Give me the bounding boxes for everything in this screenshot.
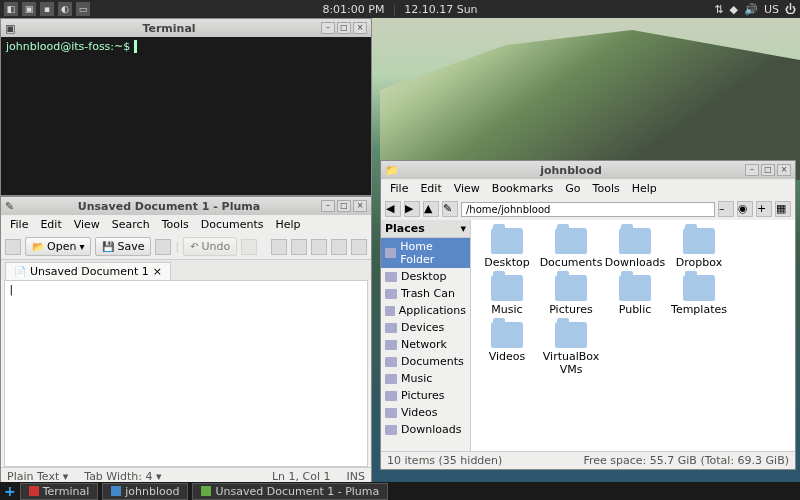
redo-icon[interactable] [241, 239, 257, 255]
folder-virtualbox-vms[interactable]: VirtualBox VMs [543, 322, 599, 376]
terminal-body[interactable]: johnblood@its-foss:~$ [1, 37, 371, 195]
menu-tools[interactable]: Tools [157, 217, 194, 232]
sidebar-item-documents[interactable]: Documents [381, 353, 470, 370]
menu-documents[interactable]: Documents [196, 217, 269, 232]
power-icon[interactable]: ⏻ [785, 3, 796, 16]
sidebar-item-pictures[interactable]: Pictures [381, 387, 470, 404]
menu-file[interactable]: File [5, 217, 33, 232]
pathbar-toggle-icon[interactable]: ✎ [442, 201, 458, 217]
copy-icon[interactable] [291, 239, 307, 255]
save-button[interactable]: 💾 Save [95, 237, 151, 256]
task-pluma[interactable]: Unsaved Document 1 - Pluma [192, 483, 388, 500]
keyboard-indicator[interactable]: US [764, 3, 779, 16]
folder-music[interactable]: Music [479, 275, 535, 316]
maximize-button[interactable]: □ [761, 164, 775, 176]
folder-documents[interactable]: Documents [543, 228, 599, 269]
task-terminal[interactable]: Terminal [20, 483, 99, 500]
fm-titlebar[interactable]: 📁 johnblood – □ × [381, 161, 795, 179]
close-button[interactable]: × [353, 200, 367, 212]
sidebar-item-devices[interactable]: Devices [381, 319, 470, 336]
sidebar-item-desktop[interactable]: Desktop [381, 268, 470, 285]
folder-videos[interactable]: Videos [479, 322, 535, 376]
folder-pictures[interactable]: Pictures [543, 275, 599, 316]
menu-help[interactable]: Help [270, 217, 305, 232]
minimize-button[interactable]: – [321, 200, 335, 212]
folder-icon [683, 275, 715, 301]
menu-icon[interactable]: ◧ [4, 2, 18, 16]
clock-time[interactable]: 8:01:00 PM [322, 3, 384, 16]
menu-edit[interactable]: Edit [35, 217, 66, 232]
maximize-button[interactable]: □ [337, 200, 351, 212]
folder-downloads[interactable]: Downloads [607, 228, 663, 269]
folder-icon [385, 323, 397, 333]
cut-icon[interactable] [271, 239, 287, 255]
forward-icon[interactable]: ▶ [404, 201, 420, 217]
terminal-icon[interactable]: ▪ [40, 2, 54, 16]
status-freespace: Free space: 55.7 GiB (Total: 69.3 GiB) [583, 454, 789, 467]
folder-dropbox[interactable]: Dropbox [671, 228, 727, 269]
network-icon[interactable]: ⇅ [714, 3, 723, 16]
folder-icon [385, 289, 397, 299]
pluma-tabs: 📄 Unsaved Document 1 × [1, 260, 371, 280]
editor-icon [201, 486, 211, 496]
minimize-button[interactable]: – [321, 22, 335, 34]
task-filemanager[interactable]: johnblood [102, 483, 188, 500]
pluma-titlebar[interactable]: ✎ Unsaved Document 1 - Pluma – □ × [1, 197, 371, 215]
folder-icon [385, 425, 397, 435]
paste-icon[interactable] [311, 239, 327, 255]
chevron-down-icon[interactable]: ▾ [460, 222, 466, 235]
fm-icon-view[interactable]: DesktopDocumentsDownloadsDropboxMusicPic… [471, 220, 795, 451]
document-tab[interactable]: 📄 Unsaved Document 1 × [5, 262, 171, 280]
files-icon[interactable]: ▣ [22, 2, 36, 16]
menu-go[interactable]: Go [560, 181, 585, 196]
clock-date[interactable]: 12.10.17 Sun [404, 3, 477, 16]
volume-icon[interactable]: 🔊 [744, 3, 758, 16]
zoom-reset-icon[interactable]: ◉ [737, 201, 753, 217]
menu-search[interactable]: Search [107, 217, 155, 232]
wifi-icon[interactable]: ◆ [729, 3, 737, 16]
view-icon[interactable]: ▦ [775, 201, 791, 217]
print-icon[interactable] [155, 239, 171, 255]
sidebar-item-network[interactable]: Network [381, 336, 470, 353]
sidebar-item-trash-can[interactable]: Trash Can [381, 285, 470, 302]
maximize-button[interactable]: □ [337, 22, 351, 34]
close-button[interactable]: × [353, 22, 367, 34]
menu-edit[interactable]: Edit [415, 181, 446, 196]
zoom-out-icon[interactable]: – [718, 201, 734, 217]
find-icon[interactable] [331, 239, 347, 255]
sidebar-item-music[interactable]: Music [381, 370, 470, 387]
sidebar-header[interactable]: Places▾ [381, 220, 470, 238]
bottom-taskbar: + Terminal johnblood Unsaved Document 1 … [0, 482, 800, 500]
undo-button[interactable]: ↶ Undo [183, 237, 237, 256]
folder-desktop[interactable]: Desktop [479, 228, 535, 269]
location-input[interactable] [461, 202, 715, 217]
sidebar-item-videos[interactable]: Videos [381, 404, 470, 421]
new-icon[interactable] [5, 239, 21, 255]
menu-view[interactable]: View [449, 181, 485, 196]
menu-help[interactable]: Help [627, 181, 662, 196]
zoom-in-icon[interactable]: + [756, 201, 772, 217]
menu-bookmarks[interactable]: Bookmarks [487, 181, 558, 196]
terminal-titlebar[interactable]: ▣ Terminal – □ × [1, 19, 371, 37]
add-workspace-icon[interactable]: + [4, 483, 16, 499]
folder-icon [683, 228, 715, 254]
menu-file[interactable]: File [385, 181, 413, 196]
minimize-button[interactable]: – [745, 164, 759, 176]
folder-public[interactable]: Public [607, 275, 663, 316]
back-icon[interactable]: ◀ [385, 201, 401, 217]
folder-templates[interactable]: Templates [671, 275, 727, 316]
show-desktop-icon[interactable]: ▭ [76, 2, 90, 16]
sidebar-item-downloads[interactable]: Downloads [381, 421, 470, 438]
sidebar-item-home-folder[interactable]: Home Folder [381, 238, 470, 268]
close-button[interactable]: × [777, 164, 791, 176]
replace-icon[interactable] [351, 239, 367, 255]
up-icon[interactable]: ▲ [423, 201, 439, 217]
fm-menubar: File Edit View Bookmarks Go Tools Help [381, 179, 795, 198]
editor-area[interactable]: | [4, 280, 368, 467]
open-button[interactable]: 📂 Open ▾ [25, 237, 91, 256]
browser-icon[interactable]: ◐ [58, 2, 72, 16]
menu-tools[interactable]: Tools [588, 181, 625, 196]
menu-view[interactable]: View [69, 217, 105, 232]
sidebar-item-applications[interactable]: Applications [381, 302, 470, 319]
tab-close-icon[interactable]: × [153, 265, 162, 278]
